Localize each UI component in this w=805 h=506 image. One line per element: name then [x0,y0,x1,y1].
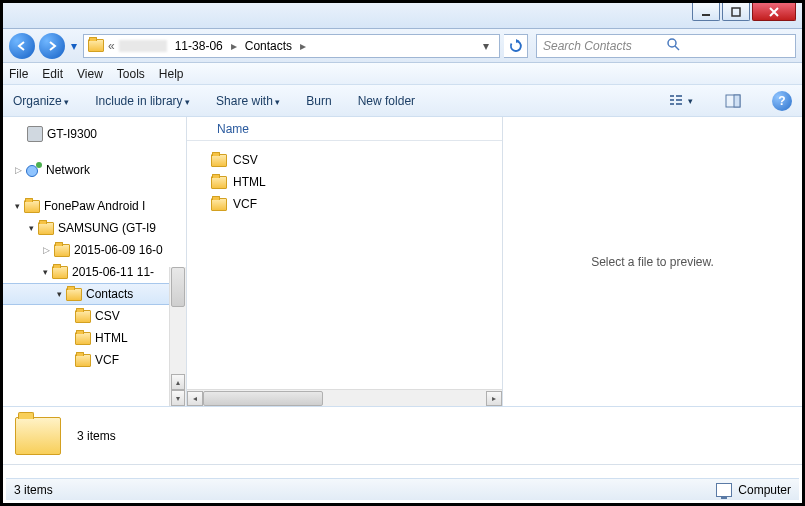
breadcrumb-seg2[interactable]: Contacts [241,37,296,55]
item-count: 3 items [77,429,116,443]
scroll-down-button[interactable]: ▾ [171,390,185,406]
navigation-tree: GT-I9300 ▷ Network ▾ FonePaw Android I ▾… [3,117,187,406]
breadcrumb-prefix: « [108,39,115,53]
scrollbar-thumb[interactable] [171,267,185,307]
tree-label: VCF [95,353,119,367]
device-icon [27,126,43,142]
scroll-right-button[interactable]: ▸ [486,391,502,406]
new-folder-button[interactable]: New folder [358,94,415,108]
svg-rect-8 [676,103,682,105]
refresh-button[interactable] [504,34,528,58]
tree-label: 2015-06-11 11- [72,265,154,279]
column-header-name[interactable]: Name [187,117,502,141]
tree-item-vcf[interactable]: VCF [3,349,186,371]
preview-pane-button[interactable] [720,90,746,112]
menu-file[interactable]: File [9,67,28,81]
folder-icon [75,354,91,367]
menu-view[interactable]: View [77,67,103,81]
tree-item-date2[interactable]: ▾ 2015-06-11 11- [3,261,186,283]
list-item[interactable]: CSV [211,149,502,171]
folder-icon [88,39,104,52]
forward-button[interactable] [39,33,65,59]
address-dropdown[interactable]: ▾ [477,39,495,53]
menu-help[interactable]: Help [159,67,184,81]
chevron-right-icon: ▸ [300,39,306,53]
tree-item-html[interactable]: HTML [3,327,186,349]
tree-item-device[interactable]: GT-I9300 [3,123,186,145]
chevron-right-icon: ▸ [231,39,237,53]
preview-pane: Select a file to preview. [503,117,802,406]
folder-icon [211,198,227,211]
status-left: 3 items [14,483,53,497]
svg-point-2 [668,39,676,47]
tree-item-samsung[interactable]: ▾ SAMSUNG (GT-I9 [3,217,186,239]
maximize-button[interactable] [722,3,750,21]
item-label: VCF [233,197,257,211]
navigation-bar: ▾ « 11-38-06 ▸ Contacts ▸ ▾ Search Conta… [3,29,802,63]
breadcrumb-seg1[interactable]: 11-38-06 [171,37,227,55]
scroll-left-button[interactable]: ◂ [187,391,203,406]
folder-icon [75,332,91,345]
back-button[interactable] [9,33,35,59]
tree-item-contacts[interactable]: ▾ Contacts [3,283,186,305]
close-button[interactable] [752,3,796,21]
minimize-button[interactable] [692,3,720,21]
burn-button[interactable]: Burn [306,94,331,108]
tree-label: HTML [95,331,128,345]
scroll-up-button[interactable]: ▴ [171,374,185,390]
status-right: Computer [738,483,791,497]
address-bar[interactable]: « 11-38-06 ▸ Contacts ▸ ▾ [83,34,500,58]
main-area: GT-I9300 ▷ Network ▾ FonePaw Android I ▾… [3,117,802,407]
tree-item-date1[interactable]: ▷ 2015-06-09 16-0 [3,239,186,261]
svg-rect-0 [702,14,710,16]
svg-rect-1 [732,8,740,16]
history-dropdown[interactable]: ▾ [69,39,79,53]
menu-edit[interactable]: Edit [42,67,63,81]
svg-rect-6 [676,95,682,97]
folder-icon [211,154,227,167]
horizontal-scrollbar[interactable]: ◂ ▸ [187,389,502,406]
svg-rect-3 [670,95,674,97]
share-with-button[interactable]: Share with [216,94,280,108]
organize-button[interactable]: Organize [13,94,69,108]
svg-rect-5 [670,103,674,105]
include-in-library-button[interactable]: Include in library [95,94,190,108]
tree-label: CSV [95,309,120,323]
network-icon [26,162,42,178]
tree-scrollbar[interactable]: ▴ ▾ [169,267,186,406]
menu-bar: File Edit View Tools Help [3,63,802,85]
details-pane: 3 items [3,407,802,465]
folder-icon [52,266,68,279]
tree-label: FonePaw Android I [44,199,145,213]
tree-item-csv[interactable]: CSV [3,305,186,327]
list-item[interactable]: HTML [211,171,502,193]
breadcrumb-redacted [119,40,167,52]
view-options-button[interactable]: ▾ [668,90,694,112]
window-titlebar [3,3,802,29]
menu-tools[interactable]: Tools [117,67,145,81]
scrollbar-thumb[interactable] [203,391,323,406]
command-toolbar: Organize Include in library Share with B… [3,85,802,117]
folder-icon [24,200,40,213]
list-item[interactable]: VCF [211,193,502,215]
tree-label: Contacts [86,287,133,301]
folder-icon [66,288,82,301]
folder-large-icon [15,417,61,455]
svg-rect-7 [676,99,682,101]
folder-icon [38,222,54,235]
folder-icon [54,244,70,257]
tree-label: SAMSUNG (GT-I9 [58,221,156,235]
folder-icon [211,176,227,189]
computer-icon [716,483,732,497]
item-label: CSV [233,153,258,167]
search-input[interactable]: Search Contacts [536,34,796,58]
tree-item-fonepaw[interactable]: ▾ FonePaw Android I [3,195,186,217]
tree-label: Network [46,163,90,177]
file-list: Name CSV HTML VCF ◂ ▸ [187,117,503,406]
folder-icon [75,310,91,323]
tree-item-network[interactable]: ▷ Network [3,159,186,181]
tree-label: GT-I9300 [47,127,97,141]
status-bar: 3 items Computer [6,478,799,500]
search-placeholder: Search Contacts [543,39,666,53]
help-button[interactable]: ? [772,91,792,111]
